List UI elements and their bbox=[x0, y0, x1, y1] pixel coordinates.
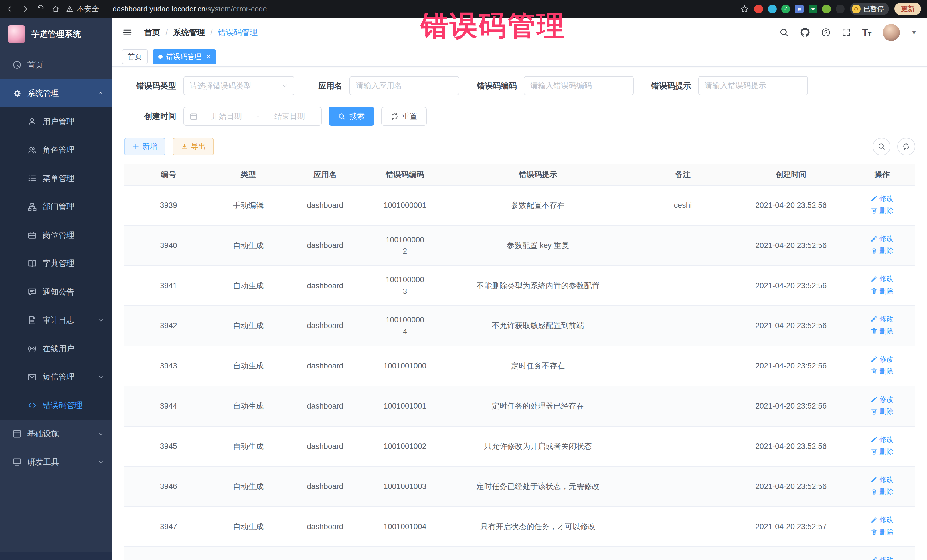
browser-update-button[interactable]: 更新 bbox=[895, 3, 921, 15]
bookmark-star-icon[interactable] bbox=[740, 5, 749, 13]
sidebar-item-user[interactable]: 用户管理 bbox=[0, 108, 112, 136]
breadcrumb-home[interactable]: 首页 bbox=[144, 27, 160, 38]
delete-icon bbox=[871, 488, 878, 495]
tag-home[interactable]: 首页 bbox=[122, 49, 148, 64]
edit-link[interactable]: 修改 bbox=[871, 394, 894, 405]
sidebar-item-dict[interactable]: 字典管理 bbox=[0, 249, 112, 278]
profile-paused-badge[interactable]: ☺ 已暂停 bbox=[850, 3, 889, 15]
avatar-caret-down-icon[interactable]: ▼ bbox=[911, 29, 917, 36]
toggle-search-button[interactable] bbox=[872, 138, 890, 155]
github-icon[interactable] bbox=[800, 27, 810, 37]
cell-time: 2021-04-20 23:52:56 bbox=[733, 306, 849, 346]
edit-link[interactable]: 修改 bbox=[871, 434, 894, 445]
app-logo[interactable]: 芋道管理系统 bbox=[0, 18, 112, 51]
tag-error-code[interactable]: 错误码管理× bbox=[153, 49, 216, 64]
cell-id: 3948 bbox=[124, 546, 213, 560]
sidebar-item-devtool[interactable]: 研发工具 bbox=[0, 448, 112, 476]
edit-link[interactable]: 修改 bbox=[871, 475, 894, 485]
delete-link[interactable]: 删除 bbox=[871, 486, 894, 497]
date-end-input[interactable]: 结束日期 bbox=[264, 111, 315, 121]
address-bar[interactable]: dashboard.yudao.iocoder.cn /system/error… bbox=[112, 5, 267, 13]
edit-link[interactable]: 修改 bbox=[871, 514, 894, 525]
plus-icon bbox=[132, 143, 140, 150]
extension-on[interactable]: on bbox=[808, 5, 818, 14]
delete-link[interactable]: 删除 bbox=[871, 286, 894, 296]
menu-fold-icon[interactable] bbox=[122, 27, 132, 37]
edit-icon bbox=[871, 355, 878, 363]
app-name-input[interactable] bbox=[356, 81, 453, 90]
delete-link[interactable]: 删除 bbox=[871, 326, 894, 337]
delete-link[interactable]: 删除 bbox=[871, 446, 894, 457]
edit-link[interactable]: 修改 bbox=[871, 354, 894, 364]
app-title: 芋道管理系统 bbox=[31, 29, 81, 40]
add-button[interactable]: 新增 bbox=[124, 138, 166, 155]
sidebar-footer bbox=[0, 552, 112, 560]
cell-remark bbox=[633, 506, 733, 546]
browser-home-icon[interactable] bbox=[52, 5, 59, 13]
cell-actions: 修改删除 bbox=[849, 466, 915, 507]
tag-close-icon[interactable]: × bbox=[206, 52, 211, 61]
help-icon[interactable] bbox=[821, 28, 831, 37]
extension-icons: ✓▦on bbox=[754, 5, 845, 14]
export-button[interactable]: 导出 bbox=[173, 138, 214, 155]
reset-button[interactable]: 重置 bbox=[381, 107, 427, 126]
delete-link[interactable]: 删除 bbox=[871, 406, 894, 417]
cell-remark: ceshi bbox=[633, 185, 733, 226]
cell-id: 3943 bbox=[124, 346, 213, 386]
edit-link[interactable]: 修改 bbox=[871, 233, 894, 244]
sidebar-item-system[interactable]: 系统管理 bbox=[0, 79, 112, 108]
edit-link[interactable]: 修改 bbox=[871, 314, 894, 324]
font-size-icon[interactable]: TT bbox=[862, 28, 871, 37]
edit-icon bbox=[871, 476, 878, 483]
refresh-table-button[interactable] bbox=[897, 138, 915, 155]
error-hint-input[interactable] bbox=[705, 81, 802, 90]
add-button-label: 新增 bbox=[142, 141, 157, 152]
delete-icon bbox=[871, 328, 878, 335]
extension-green-check[interactable]: ✓ bbox=[781, 5, 790, 14]
sidebar-item-audit[interactable]: 审计日志 bbox=[0, 306, 112, 334]
edit-link-label: 修改 bbox=[879, 314, 894, 324]
header-search-icon[interactable] bbox=[779, 28, 789, 37]
edit-link[interactable]: 修改 bbox=[871, 193, 894, 204]
fullscreen-icon[interactable] bbox=[842, 28, 851, 37]
date-start-input[interactable]: 开始日期 bbox=[201, 111, 252, 121]
extension-leaf[interactable] bbox=[822, 5, 831, 14]
code-icon bbox=[28, 401, 36, 410]
extension-paw[interactable] bbox=[836, 5, 845, 14]
edit-link[interactable]: 修改 bbox=[871, 555, 894, 560]
browser-forward-icon[interactable] bbox=[21, 5, 29, 13]
edit-link[interactable]: 修改 bbox=[871, 273, 894, 284]
error-code-input[interactable] bbox=[530, 81, 627, 90]
delete-link[interactable]: 删除 bbox=[871, 366, 894, 376]
delete-link[interactable]: 删除 bbox=[871, 246, 894, 256]
security-indicator[interactable]: 不安全 bbox=[66, 4, 99, 14]
date-range-picker[interactable]: 开始日期 - 结束日期 bbox=[183, 107, 322, 126]
delete-link[interactable]: 删除 bbox=[871, 527, 894, 537]
user-avatar[interactable] bbox=[883, 24, 900, 41]
sidebar-item-infra[interactable]: 基础设施 bbox=[0, 420, 112, 448]
cell-type: 自动生成 bbox=[213, 466, 284, 507]
delete-link[interactable]: 删除 bbox=[871, 205, 894, 216]
error-type-select[interactable]: 请选择错误码类型 bbox=[183, 76, 295, 95]
sidebar-item-online[interactable]: 在线用户 bbox=[0, 334, 112, 363]
sidebar-item-home[interactable]: 首页 bbox=[0, 51, 112, 79]
extension-cyan[interactable] bbox=[768, 5, 777, 14]
sidebar-item-sms[interactable]: 短信管理 bbox=[0, 363, 112, 391]
logo-image bbox=[8, 25, 25, 43]
sidebar-item-errcode[interactable]: 错误码管理 bbox=[0, 391, 112, 419]
sidebar-item-dept[interactable]: 部门管理 bbox=[0, 193, 112, 221]
extension-grid[interactable]: ▦ bbox=[795, 5, 804, 14]
cell-remark bbox=[633, 426, 733, 466]
browser-back-icon[interactable] bbox=[6, 5, 14, 13]
sidebar-item-notice[interactable]: 通知公告 bbox=[0, 278, 112, 306]
warning-icon bbox=[66, 5, 73, 12]
extension-red[interactable] bbox=[754, 5, 763, 14]
browser-reload-icon[interactable] bbox=[36, 5, 44, 13]
search-icon bbox=[878, 143, 885, 150]
sidebar-item-menu[interactable]: 菜单管理 bbox=[0, 164, 112, 193]
breadcrumb-separator: / bbox=[166, 28, 168, 37]
sidebar-item-post[interactable]: 岗位管理 bbox=[0, 221, 112, 249]
search-button[interactable]: 搜索 bbox=[328, 107, 374, 126]
sidebar-item-role[interactable]: 角色管理 bbox=[0, 136, 112, 164]
breadcrumb-system[interactable]: 系统管理 bbox=[173, 27, 205, 38]
